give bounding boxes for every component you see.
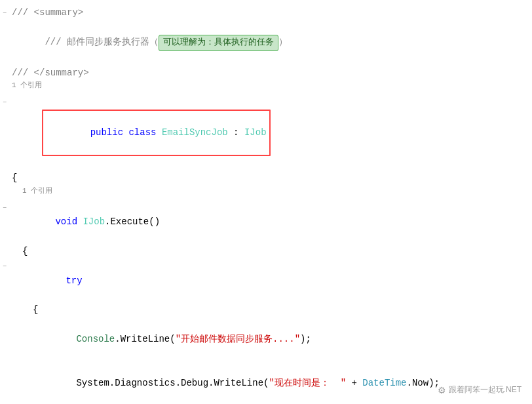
line-content-3: /// </summary> (12, 66, 527, 80)
collapse-1[interactable]: − (3, 9, 7, 19)
line-content-6: void IJob.Execute() (12, 200, 527, 244)
collapse-8[interactable]: − (3, 262, 7, 272)
code-line-9: { (0, 302, 532, 317)
watermark-text: 跟着阿笨一起玩.NET (449, 384, 522, 396)
collapse-4[interactable]: − (3, 98, 7, 108)
ref-count-line-1: 1 个引用 (0, 80, 532, 94)
code-editor: − /// <summary> /// 邮件同步服务执行器（可以理解为：具体执行… (0, 0, 532, 404)
ref-count-2: 1 个引用 (12, 186, 527, 197)
tooltip-bubble: 可以理解为：具体执行的任务 (159, 35, 278, 51)
collapse-6[interactable]: − (3, 203, 7, 214)
code-line-6: − void IJob.Execute() (0, 200, 532, 244)
line-content-7: { (12, 244, 527, 258)
code-line-1: − /// <summary> (0, 5, 532, 20)
code-line-7: { (0, 244, 532, 258)
code-line-10: Console.WriteLine("开始邮件数据同步服务...."); (0, 317, 532, 361)
line-content-8: try (12, 258, 527, 302)
code-line-3: /// </summary> (0, 66, 532, 80)
ref-count-line-2: 1 个引用 (0, 186, 532, 200)
code-line-5: { (0, 171, 532, 185)
watermark: ⚙ 跟着阿笨一起玩.NET (438, 383, 522, 397)
line-content-5: { (12, 171, 527, 185)
line-content-9: { (12, 302, 527, 317)
watermark-icon: ⚙ (438, 383, 446, 397)
line-content-1: /// <summary> (12, 5, 527, 20)
line-content-4: public class EmailSyncJob : IJob (12, 94, 527, 171)
code-line-2: /// 邮件同步服务执行器（可以理解为：具体执行的任务） (0, 20, 532, 66)
line-content-10: Console.WriteLine("开始邮件数据同步服务...."); (12, 317, 527, 361)
code-line-4: − public class EmailSyncJob : IJob (0, 94, 532, 171)
ref-count-1: 1 个引用 (12, 80, 527, 92)
code-line-8: − try (0, 258, 532, 302)
line-content-2: /// 邮件同步服务执行器（可以理解为：具体执行的任务） (12, 20, 527, 66)
